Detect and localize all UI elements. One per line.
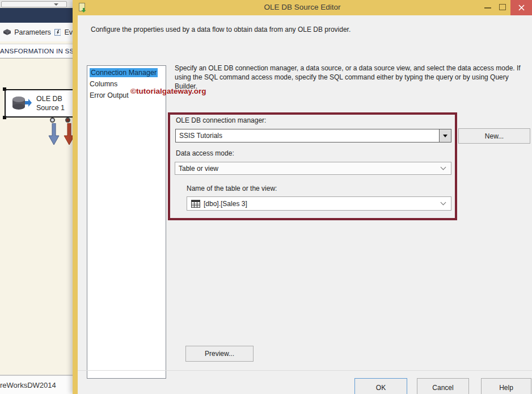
dialog-titlebar[interactable]: OLE DB Source Editor (73, 0, 532, 15)
chevron-down-icon (443, 135, 447, 137)
data-access-mode-dropdown[interactable]: Table or view (175, 162, 451, 175)
cancel-button[interactable]: Cancel (417, 378, 469, 394)
connection-manager-item[interactable]: reWorksDW2014 (0, 381, 56, 389)
chevron-down-icon (54, 3, 58, 6)
ole-db-source-component[interactable]: OLE DB Source 1 (5, 89, 73, 118)
data-flow-canvas[interactable]: OLE DB Source 1 (0, 58, 73, 375)
error-output-connector[interactable] (65, 118, 70, 123)
new-connection-button[interactable]: New... (458, 128, 530, 144)
vs-toolbar-band (0, 8, 73, 23)
designer-tab-strip: Parameters Ev (0, 23, 73, 41)
component-label: OLE DB Source 1 (36, 94, 65, 112)
package-icon (3, 28, 11, 36)
database-source-icon (11, 95, 32, 111)
minimize-button[interactable] (484, 7, 491, 9)
tab-parameters[interactable]: Parameters (14, 28, 51, 36)
output-arrow-red[interactable] (63, 123, 73, 146)
preview-button[interactable]: Preview... (185, 346, 254, 362)
dialog-border-edge (73, 15, 78, 394)
toolbar-combobox[interactable] (1, 1, 67, 7)
output-connector[interactable] (50, 118, 55, 123)
dropdown-button[interactable] (439, 129, 451, 142)
data-access-mode-value: Table or view (179, 165, 441, 173)
tab-event-handlers[interactable]: Ev (64, 28, 73, 36)
footer-separator (78, 370, 532, 371)
connection-manager-dropdown[interactable]: SSIS Tutorials (175, 129, 451, 142)
designer-background: Parameters Ev ANSFORMATION IN SS (0, 0, 73, 394)
dialog-body: Configure the properties used by a data … (78, 15, 532, 394)
panel-description: Specify an OLE DB connection manager, a … (175, 64, 529, 91)
table-icon (191, 200, 200, 208)
document-tab[interactable]: ANSFORMATION IN SS (0, 44, 73, 58)
table-name-label: Name of the table or the view: (187, 185, 277, 192)
maximize-button[interactable] (499, 4, 506, 10)
document-tab-label: ANSFORMATION IN SS (0, 48, 73, 55)
close-button[interactable] (510, 0, 532, 15)
chevron-down-icon (441, 165, 446, 170)
toolbar-strip (0, 0, 73, 7)
ole-db-source-editor-dialog: OLE DB Source Editor Configure the prope… (73, 0, 532, 394)
output-arrow-blue[interactable] (48, 123, 60, 146)
connection-managers-tray: reWorksDW2014 (0, 376, 73, 394)
close-icon (518, 5, 525, 11)
data-access-mode-label: Data access mode: (176, 149, 234, 157)
dialog-title: OLE DB Source Editor (73, 3, 532, 11)
help-button[interactable]: Help (481, 378, 531, 394)
event-handlers-icon (54, 28, 61, 36)
chevron-down-icon (441, 200, 446, 206)
table-name-value: [dbo].[Sales 3] (204, 200, 441, 208)
watermark-text: ©tutorialgateway.org (130, 87, 206, 95)
screen: Parameters Ev ANSFORMATION IN SS (0, 0, 532, 394)
ok-button[interactable]: OK (354, 378, 407, 394)
connection-manager-value: SSIS Tutorials (179, 132, 439, 140)
list-item-connection-manager[interactable]: Connection Manager (87, 67, 166, 78)
dialog-description: Configure the properties used by a data … (91, 26, 522, 33)
connection-manager-label: OLE DB connection manager: (176, 116, 266, 124)
editor-pages-list[interactable]: Connection Manager Columns Error Output (87, 65, 166, 379)
table-name-dropdown[interactable]: [dbo].[Sales 3] (187, 196, 451, 211)
